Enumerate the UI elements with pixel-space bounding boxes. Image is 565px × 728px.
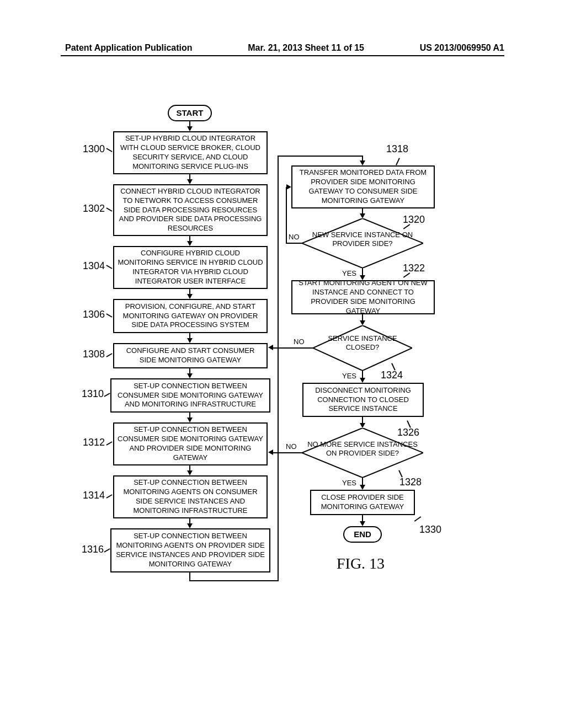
arrow-head	[360, 521, 365, 526]
ref-1316: 1316	[82, 544, 104, 555]
arrow-head	[187, 294, 193, 299]
ref-tick	[106, 441, 112, 446]
decision-1328: NO MORE SERVICE INSTANCES ON PROVIDER SI…	[302, 428, 423, 478]
header-left: Patent Application Publication	[65, 43, 193, 53]
connector	[286, 243, 302, 244]
ref-tick	[106, 494, 112, 499]
no-label: NO	[289, 233, 300, 241]
step-1308: CONFIGURE AND START CONSUMER SIDE MONITO…	[113, 343, 268, 368]
page-header: Patent Application Publication Mar. 21, …	[0, 43, 565, 53]
yes-label: YES	[342, 269, 356, 277]
decision-1324: SERVICE INSTANCE CLOSED?	[313, 325, 412, 371]
step-1304: CONFIGURE HYBRID CLOUD MONITORING SERVIC…	[113, 246, 268, 289]
step-1318: TRANSFER MONITORED DATA FROM PROVIDER SI…	[291, 165, 435, 208]
step-1314: SET-UP CONNECTION BETWEEN MONITORING AGE…	[113, 475, 268, 518]
ref-tick	[414, 516, 422, 522]
ref-tick	[396, 158, 400, 165]
connector	[278, 156, 363, 157]
arrow-head	[360, 378, 365, 383]
no-label: NO	[286, 442, 297, 451]
arrow-head	[187, 126, 193, 131]
ref-1320: 1320	[403, 214, 425, 226]
connector	[189, 580, 278, 581]
connector	[273, 347, 313, 349]
step-1330-text: CLOSE PROVIDER SIDE MONITORING GATEWAY	[315, 493, 411, 512]
connector	[278, 156, 279, 581]
ref-1318: 1318	[386, 143, 408, 155]
ref-1300: 1300	[83, 143, 105, 155]
arrow-head	[187, 241, 193, 246]
no-label: NO	[294, 338, 305, 346]
ref-1302: 1302	[83, 203, 105, 215]
step-1312: SET-UP CONNECTION BETWEEN CONSUMER SIDE …	[113, 422, 268, 465]
step-1310-text: SET-UP CONNECTION BETWEEN CONSUMER SIDE …	[115, 382, 266, 410]
connector	[189, 572, 190, 580]
step-1310: SET-UP CONNECTION BETWEEN CONSUMER SIDE …	[110, 378, 270, 413]
ref-1312: 1312	[83, 437, 105, 448]
arrow-head	[187, 417, 193, 422]
ref-1330: 1330	[419, 524, 441, 536]
ref-tick	[104, 548, 110, 553]
arrow-head	[360, 320, 365, 325]
end-terminator: END	[343, 526, 382, 543]
step-1330: CLOSE PROVIDER SIDE MONITORING GATEWAY	[310, 490, 415, 515]
figure-label: FIG. 13	[337, 555, 385, 572]
arrow-head	[286, 184, 291, 190]
ref-tick	[106, 207, 112, 212]
ref-1328: 1328	[399, 477, 422, 488]
arrow-head	[187, 179, 193, 184]
step-1308-text: CONFIGURE AND START CONSUMER SIDE MONITO…	[118, 346, 263, 365]
header-right: US 2013/0069950 A1	[420, 43, 504, 53]
connector	[286, 187, 287, 244]
ref-1322: 1322	[403, 263, 425, 274]
arrow-head	[360, 160, 365, 165]
step-1318-text: TRANSFER MONITORED DATA FROM PROVIDER SI…	[296, 168, 430, 206]
step-1302-text: CONNECT HYBRID CLOUD INTEGRATOR TO NETWO…	[118, 187, 263, 233]
ref-1324: 1324	[381, 370, 403, 381]
end-label: END	[354, 529, 371, 540]
step-1314-text: SET-UP CONNECTION BETWEEN MONITORING AGE…	[118, 478, 263, 516]
step-1300-text: SET-UP HYBRID CLOUD INTEGRATOR WITH CLOU…	[118, 134, 263, 172]
step-1326-text: DISCONNECT MONITORING CONNECTION TO CLOS…	[307, 386, 419, 414]
ref-1314: 1314	[83, 490, 105, 501]
header-rule	[61, 55, 504, 56]
ref-1306: 1306	[83, 309, 105, 320]
ref-1304: 1304	[83, 260, 105, 272]
ref-1310: 1310	[82, 388, 104, 400]
arrow	[362, 478, 363, 485]
ref-tick	[104, 393, 110, 397]
arrow	[362, 371, 363, 378]
arrow-head	[360, 485, 365, 490]
flowchart: START SET-UP HYBRID CLOUD INTEGRATOR WIT…	[0, 83, 565, 711]
step-1326: DISCONNECT MONITORING CONNECTION TO CLOS…	[302, 383, 424, 417]
ref-tick	[106, 313, 112, 318]
yes-label: YES	[342, 372, 356, 380]
step-1316: SET-UP CONNECTION BETWEEN MONITORING AGE…	[110, 528, 270, 572]
arrow-head	[187, 523, 193, 528]
decision-1320: NEW SERVICE INSTANCE ON PROVIDER SIDE?	[302, 218, 423, 268]
step-1306: PROVISION, CONFIGURE, AND START MONITORI…	[113, 299, 268, 333]
step-1316-text: SET-UP CONNECTION BETWEEN MONITORING AGE…	[115, 532, 266, 569]
decision-1320-text: NEW SERVICE INSTANCE ON PROVIDER SIDE?	[302, 231, 423, 249]
start-terminator: START	[168, 105, 212, 121]
step-1322: START MONITORING AGENT ON NEW INSTANCE A…	[291, 280, 435, 314]
ref-1308: 1308	[83, 349, 105, 360]
ref-tick	[106, 148, 112, 152]
step-1322-text: START MONITORING AGENT ON NEW INSTANCE A…	[296, 279, 430, 316]
yes-label: YES	[342, 479, 356, 487]
arrow	[362, 268, 363, 276]
ref-tick	[106, 353, 112, 357]
arrow-head	[268, 449, 273, 455]
arrow-head	[187, 470, 193, 475]
header-center: Mar. 21, 2013 Sheet 11 of 15	[248, 43, 364, 53]
step-1300: SET-UP HYBRID CLOUD INTEGRATOR WITH CLOU…	[113, 131, 268, 174]
connector	[273, 452, 302, 453]
arrow-head	[187, 373, 193, 378]
arrow-head	[360, 213, 365, 218]
step-1306-text: PROVISION, CONFIGURE, AND START MONITORI…	[118, 302, 263, 330]
decision-1324-text: SERVICE INSTANCE CLOSED?	[313, 334, 412, 352]
start-label: START	[177, 108, 204, 119]
decision-1328-text: NO MORE SERVICE INSTANCES ON PROVIDER SI…	[302, 440, 423, 458]
arrow-head	[187, 338, 193, 343]
arrow-head	[268, 345, 273, 350]
